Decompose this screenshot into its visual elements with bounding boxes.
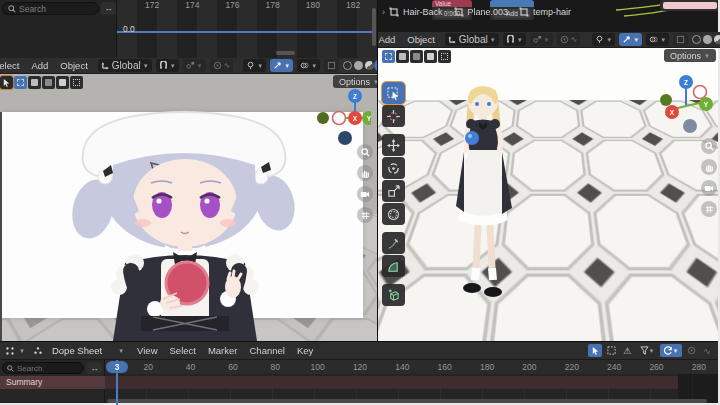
- viewport-right-content[interactable]: Z X Y: [378, 48, 720, 341]
- character-closeup-maid[interactable]: [35, 111, 315, 341]
- select-mode-intersect[interactable]: [70, 76, 83, 89]
- tool-scale[interactable]: [382, 180, 405, 202]
- dope-search-box[interactable]: [2, 362, 84, 374]
- graph-search-box[interactable]: [2, 2, 99, 15]
- dope-menu[interactable]: Channel: [243, 345, 290, 356]
- snap-toggle[interactable]: ▼: [183, 59, 206, 72]
- viewport-left-content[interactable]: Z X Y: [0, 74, 377, 341]
- proportional-editing-toggle[interactable]: ∿: [210, 59, 234, 72]
- overlays-dropdown[interactable]: ▼: [646, 33, 669, 46]
- shading-wireframe-button[interactable]: [692, 35, 701, 44]
- snap-dropdown[interactable]: ▼: [660, 344, 682, 357]
- overlays-dropdown[interactable]: ▼: [297, 59, 320, 72]
- ortho-toggle-icon[interactable]: [701, 201, 717, 217]
- snap-target-dropdown[interactable]: ▼: [156, 59, 179, 72]
- character-blonde-maid[interactable]: [438, 80, 528, 305]
- dope-mode-icon[interactable]: [31, 344, 45, 357]
- show-hidden-toggle[interactable]: [604, 344, 618, 357]
- dope-channel-filter-button[interactable]: ↔: [87, 362, 102, 374]
- viewport-menu[interactable]: Add: [25, 60, 54, 71]
- viewport-menu[interactable]: Object: [54, 60, 93, 71]
- pivot-point-dropdown[interactable]: ▼: [592, 33, 615, 46]
- right-axis-gizmo[interactable]: Z X Y: [658, 74, 714, 136]
- transform-orientation-dropdown[interactable]: Global▼: [445, 33, 499, 46]
- gizmos-dropdown[interactable]: ▼: [270, 59, 293, 72]
- select-mode-intersect[interactable]: [438, 50, 451, 63]
- viewport-menu[interactable]: Object: [401, 34, 440, 45]
- transform-orientation-dropdown[interactable]: Global▼: [98, 59, 152, 72]
- viewport-menu[interactable]: Select: [0, 60, 25, 71]
- select-mode-extend[interactable]: [28, 76, 41, 89]
- shading-solid-button[interactable]: [703, 35, 712, 44]
- tool-measure[interactable]: [382, 255, 405, 277]
- select-mode-set[interactable]: [14, 76, 27, 89]
- tool-rotate[interactable]: [382, 157, 405, 179]
- only-selected-toggle[interactable]: [588, 344, 602, 357]
- graph-horizontal-scrollbar[interactable]: [276, 51, 295, 55]
- shading-material-button[interactable]: [365, 61, 374, 70]
- color-node[interactable]: [660, 0, 720, 11]
- tool-add-cube[interactable]: [382, 284, 405, 306]
- tool-select-box[interactable]: [382, 82, 405, 104]
- graph-channel-filter-button[interactable]: ↔: [101, 2, 116, 15]
- current-frame-badge[interactable]: 3: [106, 361, 128, 373]
- viewport-right[interactable]: SelectAddObject Global▼ ▼ ▼ ∿ ▼: [378, 32, 720, 341]
- dope-menu[interactable]: Key: [291, 345, 319, 356]
- viewport-divider[interactable]: [377, 0, 378, 341]
- select-mode-subtract[interactable]: [410, 50, 423, 63]
- dope-search-input[interactable]: [17, 364, 75, 373]
- filters-dropdown[interactable]: ▼: [636, 344, 658, 357]
- select-mode-invert[interactable]: [424, 50, 437, 63]
- snap-target-dropdown[interactable]: ▼: [503, 33, 526, 46]
- breadcrumb-item[interactable]: temp-hair: [533, 7, 571, 17]
- summary-keyframe-track[interactable]: [105, 376, 678, 389]
- zoom-icon[interactable]: [357, 144, 373, 160]
- dope-menu[interactable]: Marker: [202, 345, 244, 356]
- proportional-editing-toggle[interactable]: ∿: [557, 33, 581, 46]
- fcurve-flat-line[interactable]: [117, 31, 373, 33]
- summary-channel[interactable]: Summary: [0, 376, 105, 389]
- viewport-menu[interactable]: Add: [378, 34, 401, 45]
- shading-wireframe-button[interactable]: [343, 61, 352, 70]
- options-dropdown[interactable]: Options▼: [333, 75, 377, 88]
- pan-hand-icon[interactable]: [357, 165, 373, 181]
- tool-annotate[interactable]: [382, 232, 405, 254]
- zoom-icon[interactable]: [701, 138, 717, 154]
- gizmos-dropdown[interactable]: ▼: [619, 33, 642, 46]
- select-mode-subtract[interactable]: [42, 76, 55, 89]
- pivot-point-dropdown[interactable]: ▼: [243, 59, 266, 72]
- snap-toggle[interactable]: ▼: [530, 33, 553, 46]
- select-mode-set[interactable]: [382, 50, 395, 63]
- breadcrumb-item[interactable]: Plane.003: [468, 7, 509, 17]
- editor-type-dropdown[interactable]: [3, 344, 17, 357]
- dope-menu[interactable]: Select: [164, 345, 202, 356]
- xray-toggle[interactable]: [673, 33, 688, 46]
- dope-ruler[interactable]: 20406080100120140160180200220240260280: [105, 360, 720, 374]
- select-mode-extend[interactable]: [396, 50, 409, 63]
- tool-move[interactable]: [382, 134, 405, 156]
- character-small-maid[interactable]: [558, 156, 650, 341]
- shading-material-button[interactable]: [714, 35, 720, 44]
- tool-cursor[interactable]: [382, 105, 405, 127]
- active-tool-icon[interactable]: [0, 76, 13, 89]
- graph-search-input[interactable]: [19, 4, 89, 14]
- viewport-left[interactable]: SelectAddObject Global▼ ▼ ▼ ∿ ▼: [0, 58, 377, 341]
- show-errors-icon[interactable]: ⚠: [620, 344, 634, 357]
- graph-vertical-scrollbar[interactable]: [372, 8, 376, 46]
- dope-menu[interactable]: View: [131, 345, 163, 356]
- select-mode-invert[interactable]: [56, 76, 69, 89]
- shading-solid-button[interactable]: [354, 61, 363, 70]
- breadcrumb-item[interactable]: Hair-Back: [403, 7, 443, 17]
- pan-hand-icon[interactable]: [701, 159, 717, 175]
- tool-transform[interactable]: [382, 203, 405, 225]
- camera-view-icon[interactable]: [701, 180, 717, 196]
- options-dropdown[interactable]: Options▼: [664, 49, 716, 62]
- graph-curve-area[interactable]: 172174176178180182 0.0: [117, 0, 377, 58]
- ortho-toggle-icon[interactable]: [357, 207, 373, 223]
- dope-mode-select[interactable]: Dope Sheet▼: [47, 344, 129, 358]
- color-swatch[interactable]: [663, 2, 717, 9]
- camera-view-icon[interactable]: [357, 186, 373, 202]
- shading-rendered-button[interactable]: [376, 61, 377, 70]
- left-axis-gizmo[interactable]: Z X Y: [315, 88, 371, 150]
- xray-toggle[interactable]: [324, 59, 339, 72]
